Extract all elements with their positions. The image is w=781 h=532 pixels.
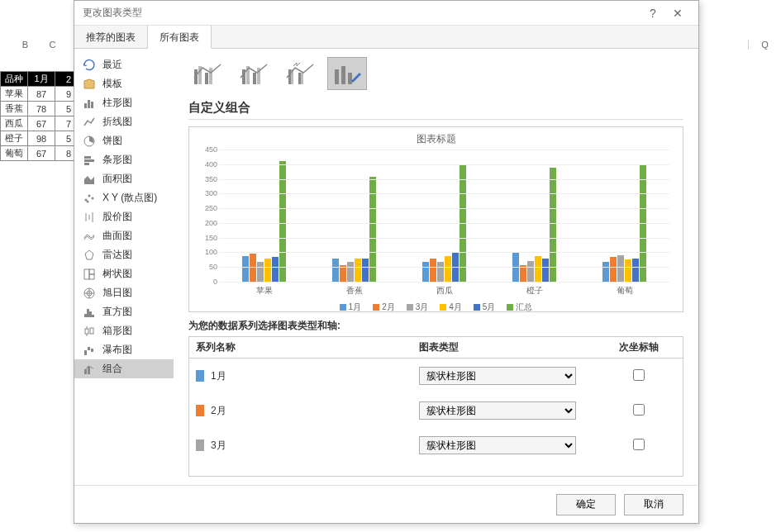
series-table: 系列名称 图表类型 次坐标轴 1月 簇状柱形图 2月 簇状柱形图 3月 簇状柱形… [188,336,683,477]
chart-type-histo[interactable]: 直方图 [74,302,174,321]
bar [272,257,279,282]
line-icon [83,116,96,129]
svg-marker-14 [85,250,93,259]
series-name: 2月 [211,404,226,418]
chart-type-label: 瀑布图 [102,343,132,357]
svg-rect-29 [90,328,93,334]
series-name: 1月 [211,369,226,383]
cancel-button[interactable]: 取消 [624,494,683,515]
column-icon [83,97,96,110]
bar-group [323,150,385,282]
spreadsheet-visible: 品种1月2 苹果879 香蕉785 西瓜677 橙子985 葡萄678 [0,40,83,161]
series-swatch [196,405,204,416]
svg-rect-26 [85,329,88,334]
series-row: 3月 簇状柱形图 [189,428,683,463]
scatter-icon [83,192,96,205]
chart-preview[interactable]: 图表标题 050100150200250300350400450 苹果香蕉西瓜橙… [188,126,683,312]
chart-type-column[interactable]: 柱形图 [74,93,174,112]
section-title: 自定义组合 [188,100,683,120]
svg-rect-22 [84,314,87,317]
subtype-3[interactable] [281,57,321,90]
bar [347,262,354,282]
help-button[interactable]: ? [641,7,665,20]
chart-type-tree[interactable]: 树状图 [74,264,174,283]
subtype-1[interactable] [188,57,228,90]
titlebar: 更改图表类型 ? ✕ [74,1,698,26]
bar-group [233,150,295,282]
svg-rect-47 [335,69,339,84]
chart-type-label: 最近 [102,58,122,72]
bar [430,259,436,282]
bar [535,256,541,282]
secondary-axis-checkbox[interactable] [633,369,645,381]
legend-item: 5月 [474,302,496,313]
svg-rect-48 [341,66,345,84]
svg-rect-4 [84,156,91,159]
ok-button[interactable]: 确定 [556,494,616,515]
chart-type-line[interactable]: 折线图 [74,112,174,131]
subtype-2[interactable] [235,57,274,90]
chart-type-combo[interactable]: 组合 [74,359,174,378]
svg-rect-25 [92,315,94,317]
svg-rect-1 [88,100,90,108]
chart-type-label: 组合 [102,362,122,376]
chart-title: 图表标题 [194,132,678,146]
chart-type-recent[interactable]: 最近 [74,55,174,74]
bar-icon [83,154,96,167]
legend-item: 2月 [373,302,395,313]
bar [422,262,429,282]
area-icon [83,173,96,186]
histo-icon [83,306,96,319]
svg-rect-17 [89,274,94,279]
bar [542,259,549,282]
chart-type-sunburst[interactable]: 旭日图 [74,283,174,302]
chart-type-label: 曲面图 [102,229,132,243]
subtype-custom[interactable] [327,57,367,90]
chart-type-surface[interactable]: 曲面图 [74,226,174,245]
subtype-row [188,57,683,90]
chart-type-area[interactable]: 面积图 [74,169,174,188]
chart-type-pie[interactable]: 饼图 [74,131,174,150]
svg-point-9 [92,197,94,199]
bar [355,259,361,282]
bar [264,259,271,282]
svg-rect-5 [84,159,94,162]
svg-rect-43 [288,69,291,84]
svg-rect-38 [209,68,212,84]
svg-rect-46 [301,73,303,84]
chart-legend: 1月2月3月4月5月汇总 [194,302,678,313]
chart-type-list: 最近模板柱形图折线图饼图条形图面积图X Y (散点图)股价图曲面图雷达图树状图旭… [74,49,174,485]
bar [527,261,534,282]
dialog-title: 更改图表类型 [83,6,641,20]
chart-type-stock[interactable]: 股价图 [74,207,174,226]
svg-rect-34 [88,367,90,374]
tab-recommended[interactable]: 推荐的图表 [74,26,148,48]
tab-all-charts[interactable]: 所有图表 [148,26,212,49]
secondary-axis-checkbox[interactable] [633,404,645,416]
bar [437,262,444,282]
series-type-select[interactable]: 簇状柱形图 [419,401,576,420]
svg-rect-30 [84,350,87,355]
series-swatch [196,370,204,382]
chart-type-radar[interactable]: 雷达图 [74,245,174,264]
tree-icon [83,268,96,281]
series-type-select[interactable]: 簇状柱形图 [419,367,576,385]
chart-type-label: 柱形图 [102,96,132,110]
series-type-select[interactable]: 簇状柱形图 [419,436,576,454]
close-button[interactable]: ✕ [665,7,690,20]
chart-type-waterfall[interactable]: 瀑布图 [74,340,174,359]
column-headers-right: Q [748,40,781,50]
chart-type-template[interactable]: 模板 [74,74,174,93]
chart-type-label: 折线图 [102,115,132,129]
series-swatch [196,439,204,451]
dialog-footer: 确定 取消 [74,485,698,523]
chart-type-bar[interactable]: 条形图 [74,150,174,169]
chart-type-label: 直方图 [102,305,132,319]
svg-rect-2 [91,102,93,108]
bar [257,262,264,282]
bar [610,257,617,282]
bar [617,255,624,282]
chart-type-box[interactable]: 箱形图 [74,321,174,340]
secondary-axis-checkbox[interactable] [633,439,645,450]
chart-type-scatter[interactable]: X Y (散点图) [74,188,174,207]
